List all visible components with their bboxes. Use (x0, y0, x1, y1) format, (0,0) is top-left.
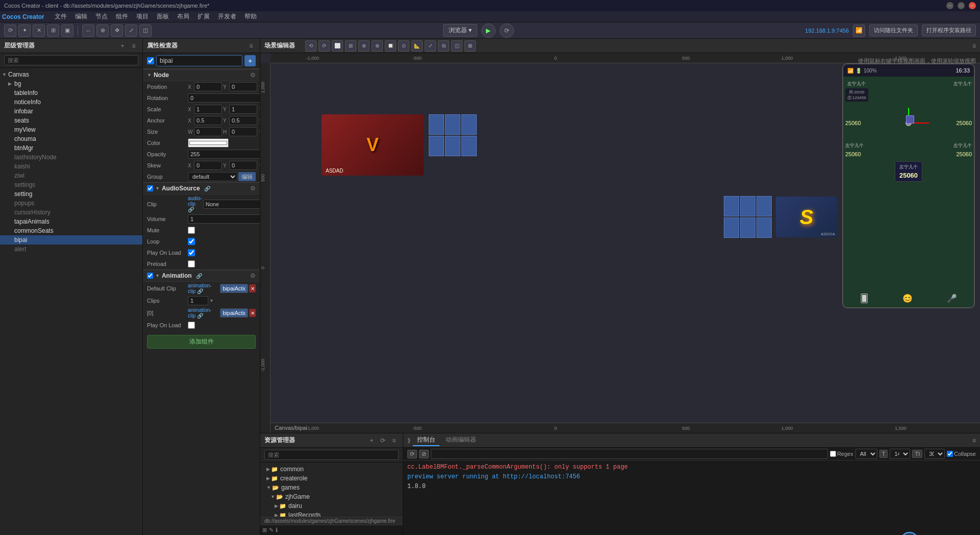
menu-node[interactable]: 节点 (91, 11, 112, 22)
menu-layout[interactable]: 布局 (173, 11, 193, 22)
scene-menu-btn[interactable]: ≡ (972, 42, 976, 50)
hierarchy-menu-btn[interactable]: ≡ (129, 41, 138, 51)
scale-x-input[interactable] (194, 105, 222, 114)
tree-item-bg[interactable]: ▶ bg (0, 79, 142, 88)
animation-toggle[interactable]: ▼ (155, 273, 160, 278)
tree-item-myView[interactable]: myView (0, 125, 142, 134)
audiosource-gear[interactable]: ⚙ (250, 185, 256, 192)
toolbar-btn-9[interactable]: ⤢ (125, 25, 137, 37)
tree-item-popups[interactable]: popups (0, 199, 142, 208)
tree-item-canvas[interactable]: ▼ Canvas (0, 70, 142, 79)
open-folder-button[interactable]: 访问随往文件夹 (869, 25, 918, 36)
menu-help[interactable]: 帮助 (240, 11, 261, 22)
close-button[interactable]: ✕ (969, 2, 976, 9)
menu-component[interactable]: 组件 (112, 11, 132, 22)
console-close-btn[interactable]: ≡ (972, 437, 976, 444)
scale-y-input[interactable] (229, 105, 257, 114)
node-section-toggle[interactable]: ▼ (147, 72, 152, 78)
assets-bar-btn-3[interactable]: ℹ (276, 527, 278, 533)
mute-checkbox[interactable] (188, 227, 195, 234)
assets-search-input[interactable] (264, 450, 399, 460)
asset-createrole[interactable]: ▶📁createrole (260, 474, 403, 483)
pos-y-input[interactable] (229, 82, 257, 91)
opacity-input[interactable] (188, 150, 260, 159)
clips-item-input[interactable] (220, 308, 248, 318)
tree-item-btnMgr[interactable]: btnMgr (0, 143, 142, 153)
menu-dev[interactable]: 开发者 (214, 11, 240, 22)
loop-checkbox[interactable] (188, 238, 195, 245)
open-install-button[interactable]: 打开程序安装路径 (922, 25, 976, 36)
play-on-load-anim-checkbox[interactable] (188, 322, 195, 329)
pos-x-input[interactable] (194, 82, 222, 91)
console-font-btn[interactable]: T (879, 450, 888, 458)
size-w-input[interactable] (194, 127, 222, 136)
inspector-menu-btn[interactable]: ≡ (247, 41, 256, 51)
scene-tb-9[interactable]: 📐 (411, 40, 423, 52)
tree-item-tableInfo[interactable]: tableInfo (0, 88, 142, 98)
clip-input[interactable] (203, 200, 260, 209)
tree-item-commonSeats[interactable]: commonSeats (0, 226, 142, 235)
asset-common[interactable]: ▶📁common (260, 465, 403, 474)
scene-tb-8[interactable]: ⊙ (398, 40, 409, 52)
anchor-x-input[interactable] (194, 116, 222, 125)
scene-viewport[interactable]: 使用鼠标右键平移视图画面，使用滚轮缩放视图 -1,000 -500 0 500 … (260, 53, 980, 433)
default-clip-input[interactable] (220, 284, 248, 293)
node-section-gear[interactable]: ⚙ (250, 71, 256, 79)
color-picker[interactable] (188, 138, 229, 148)
scene-tb-1[interactable]: ⟲ (305, 40, 316, 52)
play-button[interactable]: ▶ (481, 23, 496, 38)
console-search-input[interactable] (431, 449, 828, 459)
tree-item-seats[interactable]: seats (0, 116, 142, 125)
preload-checkbox[interactable] (188, 260, 195, 268)
tree-item-alert[interactable]: alert (0, 245, 142, 254)
scene-tb-7[interactable]: 🔲 (385, 40, 396, 52)
icon-emoji[interactable]: 😊 (902, 294, 913, 303)
hierarchy-add-btn[interactable]: + (118, 41, 127, 51)
tree-item-infobar[interactable]: infobar (0, 107, 142, 116)
node-name-input[interactable] (156, 55, 242, 66)
clips-item-remove-btn[interactable]: ✕ (249, 309, 256, 317)
console-clear-btn[interactable]: ⟳ (407, 450, 417, 458)
tree-item-noticeInfo[interactable]: noticeInfo (0, 98, 142, 107)
animation-enabled-checkbox[interactable] (147, 273, 153, 279)
maximize-button[interactable]: □ (958, 2, 965, 9)
menu-file[interactable]: 文件 (51, 11, 71, 22)
menu-extend[interactable]: 扩展 (193, 11, 214, 22)
anchor-y-input[interactable] (229, 116, 257, 125)
scene-tb-12[interactable]: ◫ (451, 40, 462, 52)
assets-bar-btn-2[interactable]: ✎ (269, 527, 274, 533)
animation-gear[interactable]: ⚙ (250, 272, 256, 279)
collapse-checkbox[interactable] (947, 451, 953, 457)
rotation-input[interactable] (188, 93, 260, 103)
toolbar-btn-2[interactable]: ✦ (18, 25, 31, 37)
group-select[interactable]: default (188, 172, 237, 181)
scene-tb-3[interactable]: ⬜ (332, 40, 343, 52)
tree-item-tapaiAnimals[interactable]: tapaiAnimals (0, 217, 142, 226)
node-active-checkbox[interactable] (147, 57, 154, 64)
clips-count-input[interactable] (188, 296, 208, 305)
browser-button[interactable]: 浏览器 ▾ (443, 24, 477, 37)
icon-mic[interactable]: 🎤 (947, 294, 957, 303)
node-add-btn[interactable]: + (244, 55, 256, 66)
console-fontsize-select[interactable]: 14 (890, 449, 910, 459)
audiosource-enabled-checkbox[interactable] (147, 185, 153, 191)
toolbar-btn-10[interactable]: ◫ (139, 25, 152, 37)
scene-tb-13[interactable]: ⊠ (464, 40, 476, 52)
tree-item-lasthistoryNode[interactable]: lasthistoryNode (0, 153, 142, 162)
asset-lastRecords[interactable]: ▶📁lastRecords (260, 510, 403, 517)
default-clip-remove-btn[interactable]: ✕ (249, 284, 256, 293)
assets-add-btn[interactable]: + (367, 436, 376, 445)
assets-menu-btn[interactable]: ≡ (389, 436, 399, 445)
skew-x-input[interactable] (194, 161, 222, 170)
icon-cards[interactable]: 🂠 (860, 294, 868, 303)
menu-panel[interactable]: 面板 (153, 11, 173, 22)
assets-bar-btn-1[interactable]: ⊞ (262, 527, 267, 533)
toolbar-btn-1[interactable]: ⟳ (4, 25, 16, 37)
toolbar-btn-4[interactable]: ⊞ (47, 25, 59, 37)
tree-item-cursorHistory[interactable]: cursorHistory (0, 208, 142, 217)
tree-item-bipai[interactable]: bipai (0, 235, 142, 245)
hierarchy-search-input[interactable] (4, 55, 138, 65)
menu-project[interactable]: 项目 (132, 11, 153, 22)
scene-tb-6[interactable]: ⊗ (372, 40, 383, 52)
scene-tb-11[interactable]: ⧉ (438, 40, 449, 52)
